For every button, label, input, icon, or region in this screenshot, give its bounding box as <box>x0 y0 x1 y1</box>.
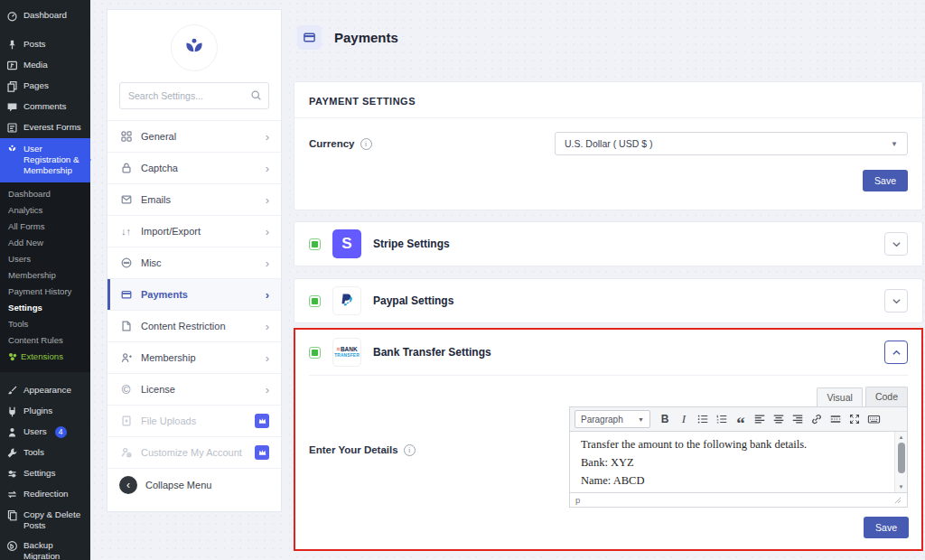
submenu-item-dashboard[interactable]: Dashboard <box>0 186 90 202</box>
scroll-down-arrow[interactable]: ▼ <box>899 482 904 491</box>
blockquote-button[interactable]: “ <box>732 410 750 428</box>
currency-label-wrap: Currency <box>309 138 555 150</box>
sidebar-item-settings[interactable]: Settings <box>0 463 90 484</box>
tab-visual[interactable]: Visual <box>817 387 862 407</box>
read-more-button[interactable] <box>827 410 845 428</box>
element-path: p <box>575 495 580 505</box>
currency-select[interactable]: U.S. Dollar ( USD $ ) ▼ <box>555 132 908 155</box>
sidebar-item-tools[interactable]: Tools <box>0 443 90 463</box>
collapse-menu-button[interactable]: ‹ Collapse Menu <box>107 468 281 500</box>
sidebar-item-posts[interactable]: Posts <box>0 34 90 55</box>
settings-nav-content-restriction[interactable]: Content Restriction › <box>107 310 281 341</box>
payment-settings-title: PAYMENT SETTINGS <box>309 96 908 107</box>
submenu-item-users[interactable]: Users <box>0 251 90 267</box>
sidebar-item-media[interactable]: Media <box>0 55 90 76</box>
submenu-item-payment-history[interactable]: Payment History <box>0 284 90 300</box>
nav-label: License <box>141 384 175 395</box>
highlight-box-bank-transfer: ≡BANK TRANSFER Bank Transfer Settings En… <box>294 328 923 551</box>
settings-nav-import-export[interactable]: ↓↑ Import/Export › <box>107 215 281 247</box>
sidebar-label: Extensions <box>21 351 63 361</box>
sidebar-item-dashboard[interactable]: Dashboard <box>0 5 90 26</box>
save-button[interactable]: Save <box>863 170 908 191</box>
italic-button[interactable]: I <box>675 410 693 428</box>
fullscreen-button[interactable] <box>846 410 864 428</box>
bank-enabled-indicator[interactable] <box>309 347 321 359</box>
submenu-item-membership[interactable]: Membership <box>0 267 90 284</box>
submenu-item-settings[interactable]: Settings <box>0 300 90 316</box>
align-center-button[interactable] <box>770 410 788 428</box>
sidebar-item-comments[interactable]: Comments <box>0 97 90 117</box>
settings-nav-membership[interactable]: Membership › <box>107 341 281 373</box>
sidebar-label: User Registration & Membership <box>23 144 84 177</box>
stripe-enabled-indicator[interactable] <box>309 238 321 250</box>
bank-collapse-button[interactable] <box>884 341 908 364</box>
settings-nav-emails[interactable]: Emails › <box>107 183 281 215</box>
bank-save-button[interactable]: Save <box>864 517 909 538</box>
sliders-icon <box>6 468 18 480</box>
sidebar-item-pages[interactable]: Pages <box>0 76 90 97</box>
submenu-item-tools[interactable]: Tools <box>0 316 90 332</box>
editor-content-area[interactable]: Transfer the amount to the following ban… <box>569 432 908 493</box>
align-left-button[interactable] <box>751 410 769 428</box>
bold-button[interactable]: B <box>656 410 674 428</box>
chevron-left-icon: ‹ <box>119 476 137 494</box>
scroll-up-arrow[interactable]: ▲ <box>899 433 904 442</box>
currency-label: Currency <box>309 138 355 149</box>
chevron-right-icon: › <box>266 194 269 206</box>
bullet-list-button[interactable] <box>694 410 712 428</box>
sidebar-item-backup-migration[interactable]: Backup Migration <box>0 536 90 560</box>
pro-crown-badge <box>255 414 269 428</box>
ellipsis-circle-icon <box>119 257 133 270</box>
paypal-enabled-indicator[interactable] <box>309 295 321 307</box>
keyboard-shortcuts-button[interactable] <box>864 410 883 428</box>
settings-nav-customize-my-account[interactable]: Customize My Account <box>107 436 281 468</box>
nav-label: Emails <box>141 194 171 205</box>
caret-down-icon: ▼ <box>891 140 898 148</box>
resize-handle[interactable] <box>894 497 902 504</box>
scrollbar-thumb[interactable] <box>898 443 905 473</box>
submenu-item-all-forms[interactable]: All Forms <box>0 219 90 235</box>
nav-label: Membership <box>141 352 196 363</box>
settings-nav-general[interactable]: General › <box>107 120 281 152</box>
app-area: General › Captcha › Emails › ↓↑ Import/E… <box>90 0 925 560</box>
backup-icon <box>6 540 18 552</box>
settings-nav-file-uploads[interactable]: File Uploads <box>107 405 281 436</box>
sidebar-item-user-registration-membership[interactable]: User Registration & Membership <box>0 138 90 182</box>
lock-icon <box>119 162 133 175</box>
submenu-item-add-new[interactable]: Add New <box>0 235 90 251</box>
bank-transfer-header: ≡BANK TRANSFER Bank Transfer Settings <box>295 330 921 375</box>
sidebar-label: Redirection <box>23 489 69 499</box>
stripe-expand-button[interactable] <box>884 232 908 256</box>
nav-label: Import/Export <box>141 226 201 237</box>
pin-icon <box>6 39 18 51</box>
sidebar-item-users[interactable]: Users 4 <box>0 422 90 443</box>
currency-selected-value: U.S. Dollar ( USD $ ) <box>565 138 652 149</box>
sidebar-item-everest-forms[interactable]: Everest Forms <box>0 117 90 138</box>
link-button[interactable] <box>808 410 826 428</box>
brush-icon <box>6 385 18 397</box>
submenu-item-analytics[interactable]: Analytics <box>0 202 90 219</box>
sidebar-item-plugins[interactable]: Plugins <box>0 401 90 422</box>
sidebar-item-redirection[interactable]: Redirection <box>0 484 90 505</box>
settings-nav-misc[interactable]: Misc › <box>107 247 281 278</box>
sidebar-label: Appearance <box>23 385 71 396</box>
sidebar-item-appearance[interactable]: Appearance <box>0 380 90 401</box>
credit-card-icon <box>119 288 133 302</box>
paragraph-format-select[interactable]: Paragraph ▼ <box>575 410 650 428</box>
settings-nav-payments[interactable]: Payments › <box>107 278 281 310</box>
main-content: Payments PAYMENT SETTINGS Currency U.S. … <box>294 0 925 560</box>
comment-icon <box>6 101 18 113</box>
wp-admin-sidebar: Dashboard Posts Media Pages Comments Eve… <box>0 0 90 560</box>
import-export-icon: ↓↑ <box>119 225 133 238</box>
submenu-item-content-rules[interactable]: Content Rules <box>0 332 90 349</box>
paypal-expand-button[interactable] <box>884 289 908 313</box>
settings-nav-license[interactable]: © License › <box>107 373 281 405</box>
rich-text-editor: Visual Code Paragraph ▼ B I <box>569 387 908 508</box>
submenu-item-extensions[interactable]: Extensions <box>0 349 90 365</box>
numbered-list-button[interactable] <box>713 410 731 428</box>
search-input[interactable] <box>119 82 269 109</box>
settings-nav-captcha[interactable]: Captcha › <box>107 152 281 183</box>
sidebar-item-copy-delete-posts[interactable]: Copy & Delete Posts <box>0 505 90 536</box>
tab-code[interactable]: Code <box>865 387 908 406</box>
align-right-button[interactable] <box>789 410 807 428</box>
